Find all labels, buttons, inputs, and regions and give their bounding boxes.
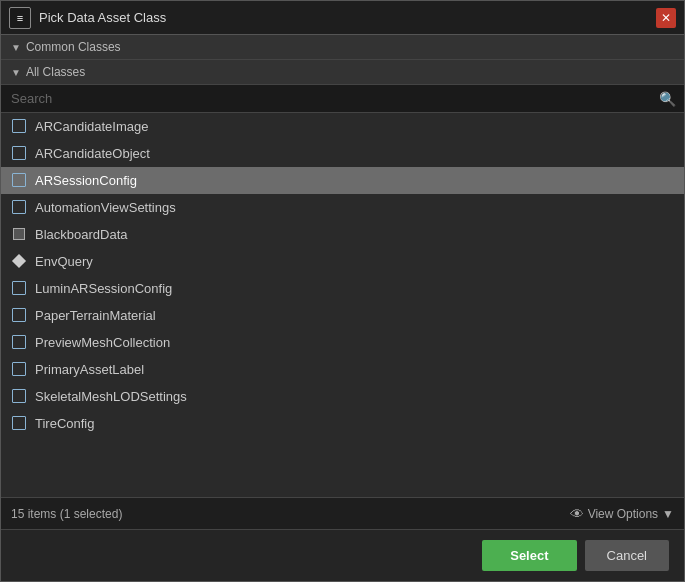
select-button[interactable]: Select — [482, 540, 576, 571]
list-item[interactable]: AutomationViewSettings — [1, 194, 684, 221]
list-item[interactable]: EnvQuery — [1, 248, 684, 275]
button-bar: Select Cancel — [1, 529, 684, 581]
title-bar: ≡ Pick Data Asset Class ✕ — [1, 1, 684, 35]
list-item[interactable]: TireConfig — [1, 410, 684, 437]
item-label: EnvQuery — [35, 254, 93, 269]
item-label: PrimaryAssetLabel — [35, 362, 144, 377]
item-icon — [11, 145, 27, 161]
item-label: AutomationViewSettings — [35, 200, 176, 215]
item-label: ARSessionConfig — [35, 173, 137, 188]
list-item[interactable]: PaperTerrainMaterial — [1, 302, 684, 329]
list-item[interactable]: PrimaryAssetLabel — [1, 356, 684, 383]
item-icon — [11, 361, 27, 377]
view-options-label: View Options — [588, 507, 658, 521]
item-label: TireConfig — [35, 416, 94, 431]
item-icon — [11, 226, 27, 242]
list-item[interactable]: ARCandidateImage — [1, 113, 684, 140]
item-label: SkeletalMeshLODSettings — [35, 389, 187, 404]
item-icon — [11, 415, 27, 431]
common-classes-arrow: ▼ — [11, 42, 21, 53]
class-list[interactable]: ARCandidateImageARCandidateObjectARSessi… — [1, 113, 684, 497]
list-item[interactable]: SkeletalMeshLODSettings — [1, 383, 684, 410]
view-options-button[interactable]: 👁 View Options ▼ — [570, 506, 674, 522]
item-label: LuminARSessionConfig — [35, 281, 172, 296]
item-icon — [11, 307, 27, 323]
search-button[interactable]: 🔍 — [651, 86, 684, 112]
item-label: ARCandidateObject — [35, 146, 150, 161]
eye-icon: 👁 — [570, 506, 584, 522]
common-classes-header[interactable]: ▼ Common Classes — [1, 35, 684, 60]
item-label: PreviewMeshCollection — [35, 335, 170, 350]
item-icon — [11, 280, 27, 296]
all-classes-label: All Classes — [26, 65, 85, 79]
item-icon — [11, 118, 27, 134]
cancel-button[interactable]: Cancel — [585, 540, 669, 571]
list-item[interactable]: LuminARSessionConfig — [1, 275, 684, 302]
item-label: BlackboardData — [35, 227, 128, 242]
dialog-title: Pick Data Asset Class — [39, 10, 166, 25]
search-input[interactable] — [1, 85, 651, 112]
status-bar: 15 items (1 selected) 👁 View Options ▼ — [1, 497, 684, 529]
item-label: ARCandidateImage — [35, 119, 148, 134]
view-options-chevron: ▼ — [662, 507, 674, 521]
item-icon — [11, 334, 27, 350]
pick-data-asset-dialog: ≡ Pick Data Asset Class ✕ ▼ Common Class… — [0, 0, 685, 582]
search-bar: 🔍 — [1, 85, 684, 113]
item-icon — [11, 253, 27, 269]
list-item[interactable]: BlackboardData — [1, 221, 684, 248]
item-icon — [11, 388, 27, 404]
title-bar-left: ≡ Pick Data Asset Class — [9, 7, 166, 29]
ue-logo: ≡ — [9, 7, 31, 29]
list-item[interactable]: ARCandidateObject — [1, 140, 684, 167]
item-icon — [11, 199, 27, 215]
close-button[interactable]: ✕ — [656, 8, 676, 28]
common-classes-label: Common Classes — [26, 40, 121, 54]
list-item[interactable]: PreviewMeshCollection — [1, 329, 684, 356]
item-icon — [11, 172, 27, 188]
all-classes-header[interactable]: ▼ All Classes — [1, 60, 684, 85]
list-item[interactable]: ARSessionConfig — [1, 167, 684, 194]
all-classes-arrow: ▼ — [11, 67, 21, 78]
item-count: 15 items (1 selected) — [11, 507, 122, 521]
item-label: PaperTerrainMaterial — [35, 308, 156, 323]
